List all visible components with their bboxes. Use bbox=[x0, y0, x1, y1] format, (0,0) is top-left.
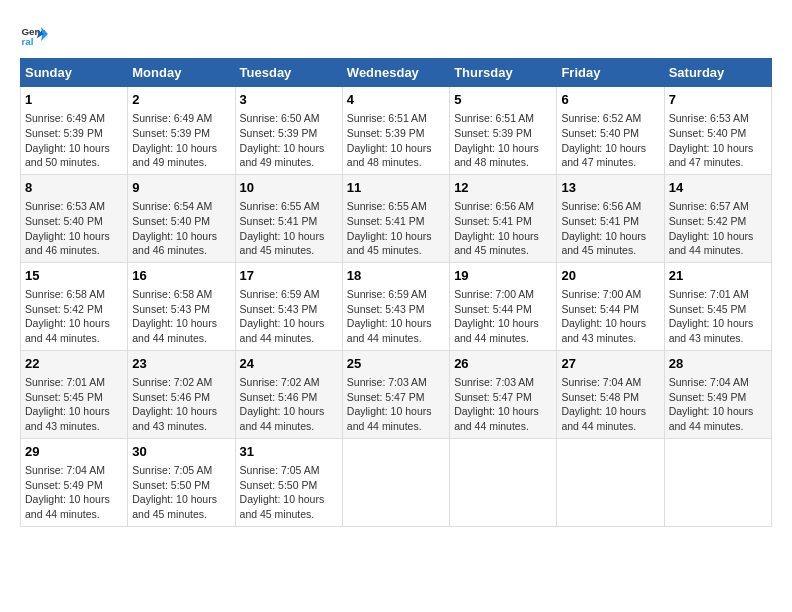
day-info: Sunrise: 6:49 AM Sunset: 5:39 PM Dayligh… bbox=[132, 111, 230, 170]
calendar-cell: 3Sunrise: 6:50 AM Sunset: 5:39 PM Daylig… bbox=[235, 87, 342, 175]
day-number: 20 bbox=[561, 267, 659, 285]
day-info: Sunrise: 6:57 AM Sunset: 5:42 PM Dayligh… bbox=[669, 199, 767, 258]
day-info: Sunrise: 6:59 AM Sunset: 5:43 PM Dayligh… bbox=[347, 287, 445, 346]
day-info: Sunrise: 7:04 AM Sunset: 5:48 PM Dayligh… bbox=[561, 375, 659, 434]
day-number: 15 bbox=[25, 267, 123, 285]
calendar-cell: 27Sunrise: 7:04 AM Sunset: 5:48 PM Dayli… bbox=[557, 350, 664, 438]
day-info: Sunrise: 7:01 AM Sunset: 5:45 PM Dayligh… bbox=[25, 375, 123, 434]
calendar-cell: 17Sunrise: 6:59 AM Sunset: 5:43 PM Dayli… bbox=[235, 262, 342, 350]
header-day-friday: Friday bbox=[557, 59, 664, 87]
day-info: Sunrise: 7:00 AM Sunset: 5:44 PM Dayligh… bbox=[561, 287, 659, 346]
day-number: 29 bbox=[25, 443, 123, 461]
day-info: Sunrise: 6:51 AM Sunset: 5:39 PM Dayligh… bbox=[347, 111, 445, 170]
day-info: Sunrise: 6:56 AM Sunset: 5:41 PM Dayligh… bbox=[454, 199, 552, 258]
day-number: 12 bbox=[454, 179, 552, 197]
day-info: Sunrise: 7:03 AM Sunset: 5:47 PM Dayligh… bbox=[454, 375, 552, 434]
day-number: 24 bbox=[240, 355, 338, 373]
day-number: 30 bbox=[132, 443, 230, 461]
header-day-thursday: Thursday bbox=[450, 59, 557, 87]
day-number: 21 bbox=[669, 267, 767, 285]
header-day-monday: Monday bbox=[128, 59, 235, 87]
calendar-cell: 15Sunrise: 6:58 AM Sunset: 5:42 PM Dayli… bbox=[21, 262, 128, 350]
calendar-cell: 26Sunrise: 7:03 AM Sunset: 5:47 PM Dayli… bbox=[450, 350, 557, 438]
day-info: Sunrise: 7:05 AM Sunset: 5:50 PM Dayligh… bbox=[132, 463, 230, 522]
calendar-cell: 31Sunrise: 7:05 AM Sunset: 5:50 PM Dayli… bbox=[235, 438, 342, 526]
calendar-cell: 23Sunrise: 7:02 AM Sunset: 5:46 PM Dayli… bbox=[128, 350, 235, 438]
week-row-2: 8Sunrise: 6:53 AM Sunset: 5:40 PM Daylig… bbox=[21, 174, 772, 262]
day-info: Sunrise: 7:01 AM Sunset: 5:45 PM Dayligh… bbox=[669, 287, 767, 346]
header-day-wednesday: Wednesday bbox=[342, 59, 449, 87]
calendar-cell: 7Sunrise: 6:53 AM Sunset: 5:40 PM Daylig… bbox=[664, 87, 771, 175]
header-row: SundayMondayTuesdayWednesdayThursdayFrid… bbox=[21, 59, 772, 87]
day-info: Sunrise: 7:03 AM Sunset: 5:47 PM Dayligh… bbox=[347, 375, 445, 434]
day-info: Sunrise: 6:58 AM Sunset: 5:42 PM Dayligh… bbox=[25, 287, 123, 346]
calendar-cell: 14Sunrise: 6:57 AM Sunset: 5:42 PM Dayli… bbox=[664, 174, 771, 262]
day-info: Sunrise: 6:58 AM Sunset: 5:43 PM Dayligh… bbox=[132, 287, 230, 346]
calendar-cell: 4Sunrise: 6:51 AM Sunset: 5:39 PM Daylig… bbox=[342, 87, 449, 175]
calendar-cell: 21Sunrise: 7:01 AM Sunset: 5:45 PM Dayli… bbox=[664, 262, 771, 350]
header-day-sunday: Sunday bbox=[21, 59, 128, 87]
day-number: 2 bbox=[132, 91, 230, 109]
day-number: 27 bbox=[561, 355, 659, 373]
day-info: Sunrise: 6:56 AM Sunset: 5:41 PM Dayligh… bbox=[561, 199, 659, 258]
week-row-5: 29Sunrise: 7:04 AM Sunset: 5:49 PM Dayli… bbox=[21, 438, 772, 526]
calendar-cell bbox=[450, 438, 557, 526]
calendar-cell: 29Sunrise: 7:04 AM Sunset: 5:49 PM Dayli… bbox=[21, 438, 128, 526]
day-number: 31 bbox=[240, 443, 338, 461]
day-number: 14 bbox=[669, 179, 767, 197]
day-number: 7 bbox=[669, 91, 767, 109]
header-day-tuesday: Tuesday bbox=[235, 59, 342, 87]
day-number: 26 bbox=[454, 355, 552, 373]
day-number: 11 bbox=[347, 179, 445, 197]
day-info: Sunrise: 7:04 AM Sunset: 5:49 PM Dayligh… bbox=[25, 463, 123, 522]
day-number: 3 bbox=[240, 91, 338, 109]
calendar-cell bbox=[557, 438, 664, 526]
calendar-cell: 19Sunrise: 7:00 AM Sunset: 5:44 PM Dayli… bbox=[450, 262, 557, 350]
day-info: Sunrise: 7:04 AM Sunset: 5:49 PM Dayligh… bbox=[669, 375, 767, 434]
calendar-cell: 16Sunrise: 6:58 AM Sunset: 5:43 PM Dayli… bbox=[128, 262, 235, 350]
calendar-cell: 1Sunrise: 6:49 AM Sunset: 5:39 PM Daylig… bbox=[21, 87, 128, 175]
logo: Gene ral bbox=[20, 20, 52, 48]
calendar-cell: 8Sunrise: 6:53 AM Sunset: 5:40 PM Daylig… bbox=[21, 174, 128, 262]
day-info: Sunrise: 6:49 AM Sunset: 5:39 PM Dayligh… bbox=[25, 111, 123, 170]
calendar-cell: 28Sunrise: 7:04 AM Sunset: 5:49 PM Dayli… bbox=[664, 350, 771, 438]
day-number: 1 bbox=[25, 91, 123, 109]
calendar-table: SundayMondayTuesdayWednesdayThursdayFrid… bbox=[20, 58, 772, 527]
week-row-1: 1Sunrise: 6:49 AM Sunset: 5:39 PM Daylig… bbox=[21, 87, 772, 175]
day-info: Sunrise: 6:54 AM Sunset: 5:40 PM Dayligh… bbox=[132, 199, 230, 258]
calendar-cell: 6Sunrise: 6:52 AM Sunset: 5:40 PM Daylig… bbox=[557, 87, 664, 175]
calendar-cell: 24Sunrise: 7:02 AM Sunset: 5:46 PM Dayli… bbox=[235, 350, 342, 438]
calendar-header: SundayMondayTuesdayWednesdayThursdayFrid… bbox=[21, 59, 772, 87]
day-number: 25 bbox=[347, 355, 445, 373]
day-info: Sunrise: 7:05 AM Sunset: 5:50 PM Dayligh… bbox=[240, 463, 338, 522]
day-info: Sunrise: 7:02 AM Sunset: 5:46 PM Dayligh… bbox=[132, 375, 230, 434]
day-number: 16 bbox=[132, 267, 230, 285]
day-info: Sunrise: 7:02 AM Sunset: 5:46 PM Dayligh… bbox=[240, 375, 338, 434]
day-number: 8 bbox=[25, 179, 123, 197]
calendar-cell: 18Sunrise: 6:59 AM Sunset: 5:43 PM Dayli… bbox=[342, 262, 449, 350]
day-number: 28 bbox=[669, 355, 767, 373]
calendar-cell: 22Sunrise: 7:01 AM Sunset: 5:45 PM Dayli… bbox=[21, 350, 128, 438]
calendar-cell bbox=[664, 438, 771, 526]
calendar-cell: 11Sunrise: 6:55 AM Sunset: 5:41 PM Dayli… bbox=[342, 174, 449, 262]
calendar-cell: 13Sunrise: 6:56 AM Sunset: 5:41 PM Dayli… bbox=[557, 174, 664, 262]
day-number: 23 bbox=[132, 355, 230, 373]
calendar-cell: 30Sunrise: 7:05 AM Sunset: 5:50 PM Dayli… bbox=[128, 438, 235, 526]
day-number: 19 bbox=[454, 267, 552, 285]
day-info: Sunrise: 6:51 AM Sunset: 5:39 PM Dayligh… bbox=[454, 111, 552, 170]
week-row-4: 22Sunrise: 7:01 AM Sunset: 5:45 PM Dayli… bbox=[21, 350, 772, 438]
calendar-cell bbox=[342, 438, 449, 526]
day-number: 18 bbox=[347, 267, 445, 285]
day-number: 9 bbox=[132, 179, 230, 197]
calendar-cell: 2Sunrise: 6:49 AM Sunset: 5:39 PM Daylig… bbox=[128, 87, 235, 175]
day-info: Sunrise: 6:55 AM Sunset: 5:41 PM Dayligh… bbox=[240, 199, 338, 258]
svg-text:ral: ral bbox=[21, 36, 33, 47]
page-header: Gene ral bbox=[20, 20, 772, 48]
day-number: 10 bbox=[240, 179, 338, 197]
day-number: 17 bbox=[240, 267, 338, 285]
day-number: 13 bbox=[561, 179, 659, 197]
day-info: Sunrise: 6:53 AM Sunset: 5:40 PM Dayligh… bbox=[669, 111, 767, 170]
logo-icon: Gene ral bbox=[20, 20, 48, 48]
day-info: Sunrise: 6:53 AM Sunset: 5:40 PM Dayligh… bbox=[25, 199, 123, 258]
week-row-3: 15Sunrise: 6:58 AM Sunset: 5:42 PM Dayli… bbox=[21, 262, 772, 350]
